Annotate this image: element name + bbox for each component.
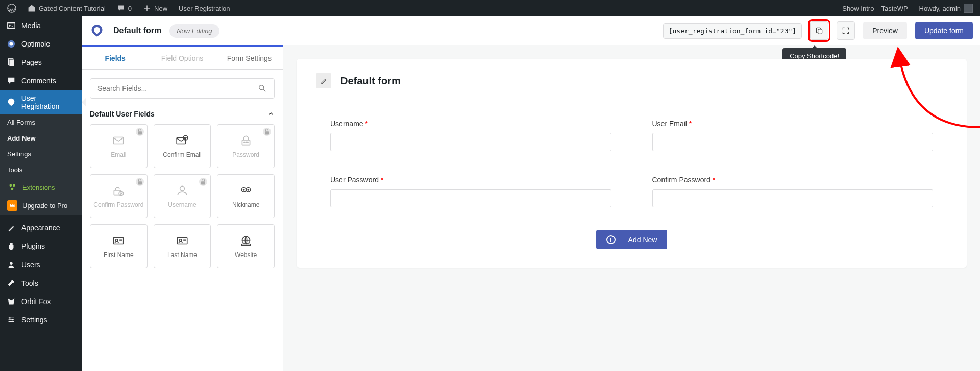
tab-field-options[interactable]: Field Options — [149, 47, 215, 69]
user-email-input[interactable] — [652, 133, 934, 151]
svg-point-10 — [10, 262, 12, 265]
field-user-email[interactable]: User Email * — [652, 120, 934, 151]
svg-rect-15 — [818, 29, 822, 34]
tab-form-settings[interactable]: Form Settings — [216, 47, 283, 69]
username-input[interactable] — [330, 133, 611, 151]
field-card-username[interactable]: Username — [154, 174, 211, 218]
sidebar-item-tools[interactable]: Tools — [0, 274, 82, 292]
svg-point-4 — [9, 42, 13, 45]
panel-tabs: Fields Field Options Form Settings — [82, 47, 283, 70]
site-link[interactable]: Gated Content Tutorial — [24, 0, 109, 16]
svg-point-8 — [13, 184, 15, 187]
svg-point-38 — [180, 239, 182, 241]
svg-point-13 — [10, 321, 11, 322]
form-preview-box: Default form Username * User Email * Use… — [297, 59, 967, 268]
sidebar-item-users[interactable]: Users — [0, 256, 82, 274]
comments-link[interactable]: 0 — [114, 0, 135, 16]
lock-icon — [136, 128, 144, 136]
sidebar-item-user-registration[interactable]: User Registration — [0, 90, 82, 114]
main-content: Default form Now Editing [user_registrat… — [82, 16, 980, 371]
field-card-website[interactable]: Website — [217, 224, 275, 268]
extensions-icon — [7, 182, 17, 192]
svg-point-24 — [246, 142, 247, 143]
update-form-button[interactable]: Update form — [915, 22, 973, 39]
shortcode-display[interactable]: [user_registration_form id="23"] — [663, 23, 802, 39]
sidebar-sub-tools[interactable]: Tools — [0, 162, 82, 178]
idcard-icon — [176, 234, 189, 247]
sidebar-item-optimole[interactable]: Optimole — [0, 35, 82, 53]
svg-point-7 — [9, 184, 12, 187]
field-user-password[interactable]: User Password * — [330, 176, 611, 207]
idcard-icon — [112, 234, 125, 247]
sidebar-item-appearance[interactable]: Appearance — [0, 219, 82, 237]
field-card-confirm-email[interactable]: Confirm Email — [154, 124, 211, 168]
svg-point-36 — [116, 239, 118, 241]
pages-icon — [6, 57, 16, 67]
svg-point-23 — [244, 142, 245, 143]
svg-rect-21 — [265, 131, 269, 134]
sidebar-sub-extensions[interactable]: Extensions — [0, 178, 82, 196]
sidebar-item-orbitfox[interactable]: Orbit Fox — [0, 292, 82, 311]
user-password-input[interactable] — [330, 189, 611, 207]
status-pill: Now Editing — [169, 24, 219, 38]
sidebar-sub-add-new[interactable]: Add New — [0, 130, 82, 146]
svg-point-16 — [259, 85, 264, 90]
wp-logo[interactable] — [4, 0, 19, 16]
admin-sidebar: Media Optimole Pages Comments User Regis… — [0, 16, 82, 371]
sidebar-item-comments[interactable]: Comments — [0, 72, 82, 90]
field-card-nickname[interactable]: Nickname — [217, 174, 275, 218]
field-card-email[interactable]: Email — [90, 124, 148, 168]
add-new-button[interactable]: + Add New — [596, 230, 668, 249]
search-fields-box[interactable] — [90, 78, 275, 99]
account-link[interactable]: Howdy, admin — [916, 0, 976, 16]
form-canvas: Default form Username * User Email * Use… — [283, 45, 980, 371]
avatar-icon — [964, 4, 973, 13]
tab-fields[interactable]: Fields — [82, 47, 149, 69]
svg-rect-18 — [114, 137, 124, 144]
edit-title-button[interactable] — [316, 73, 331, 88]
svg-point-25 — [247, 142, 248, 143]
confirm-password-input[interactable] — [652, 189, 934, 207]
context-link[interactable]: User Registration — [176, 0, 233, 16]
svg-point-33 — [243, 189, 244, 190]
lock-icon — [199, 178, 207, 186]
svg-point-9 — [11, 188, 14, 190]
plus-circle-icon: + — [606, 235, 616, 244]
fields-panel: Fields Field Options Form Settings Defau… — [82, 45, 283, 371]
field-card-password[interactable]: Password — [217, 124, 275, 168]
section-default-user-fields[interactable]: Default User Fields — [82, 107, 283, 124]
comments-icon — [6, 76, 16, 86]
preview-button[interactable]: Preview — [863, 22, 907, 39]
field-username[interactable]: Username * — [330, 120, 611, 151]
globe-icon — [239, 234, 253, 247]
chevron-up-icon — [267, 110, 275, 118]
search-fields-input[interactable] — [97, 84, 258, 92]
wp-adminbar: Gated Content Tutorial 0 New User Regist… — [0, 0, 980, 16]
sidebar-sub-all-forms[interactable]: All Forms — [0, 114, 82, 130]
field-card-first-name[interactable]: First Name — [90, 224, 148, 268]
sidebar-item-plugins[interactable]: Plugins — [0, 237, 82, 256]
orbitfox-icon — [6, 296, 16, 307]
svg-point-12 — [12, 319, 13, 321]
svg-point-30 — [180, 186, 185, 191]
mail-icon — [112, 134, 125, 147]
sidebar-sub-upgrade[interactable]: Upgrade to Pro — [0, 196, 82, 215]
svg-rect-29 — [201, 181, 205, 184]
canvas-form-title: Default form — [340, 75, 401, 87]
new-link[interactable]: New — [140, 0, 170, 16]
ur-icon — [6, 97, 16, 107]
svg-point-34 — [248, 189, 249, 190]
sidebar-item-settings[interactable]: Settings — [0, 311, 82, 329]
crown-icon — [7, 200, 17, 211]
search-icon — [258, 84, 267, 93]
fullscreen-button[interactable] — [837, 21, 855, 40]
svg-rect-27 — [114, 190, 121, 195]
sidebar-item-media[interactable]: Media — [0, 16, 82, 35]
sidebar-sub-settings[interactable]: Settings — [0, 146, 82, 162]
field-card-last-name[interactable]: Last Name — [154, 224, 211, 268]
field-card-confirm-password[interactable]: Confirm Password — [90, 174, 148, 218]
sidebar-item-pages[interactable]: Pages — [0, 53, 82, 72]
copy-shortcode-button[interactable] — [810, 21, 828, 40]
field-confirm-password[interactable]: Confirm Password * — [652, 176, 934, 207]
show-intro-link[interactable]: Show Intro – TasteWP — [839, 0, 911, 16]
